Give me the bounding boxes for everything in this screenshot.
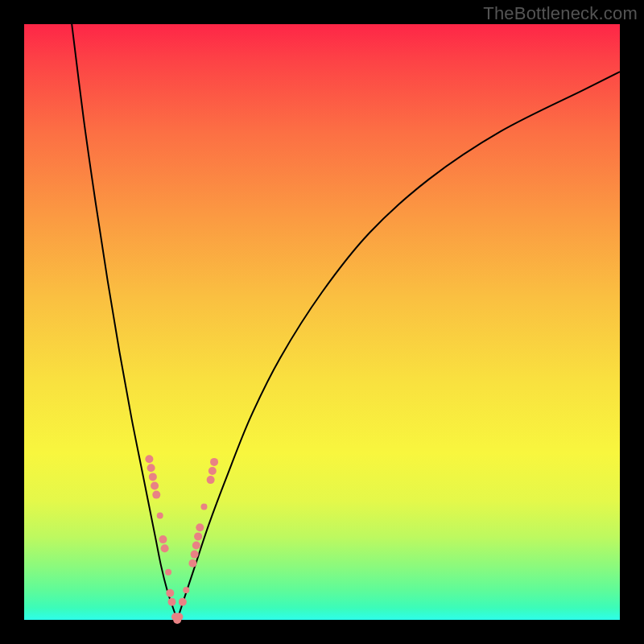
scatter-point	[168, 598, 176, 606]
scatter-point	[152, 491, 160, 499]
scatter-point	[192, 542, 200, 550]
scatter-point	[159, 535, 167, 543]
scatter-point	[194, 532, 202, 540]
scatter-point	[175, 613, 183, 621]
scatter-point	[196, 523, 204, 531]
scatter-point	[179, 598, 187, 606]
scatter-point	[145, 455, 153, 463]
scatter-point	[207, 476, 215, 484]
scatter-point	[183, 587, 189, 593]
scatter-point	[157, 513, 163, 519]
chart-svg	[24, 24, 620, 620]
curve-right	[177, 72, 620, 620]
scatter-point	[149, 473, 157, 481]
scatter-point	[165, 569, 171, 576]
scatter-point	[151, 482, 159, 490]
scatter-point	[200, 503, 207, 510]
scatter-point	[208, 467, 217, 475]
scatter-point	[166, 589, 174, 597]
scatter-point	[191, 551, 199, 559]
scatter-point	[147, 464, 155, 472]
scatter-point	[188, 559, 196, 568]
chart-frame: TheBottleneck.com	[0, 0, 644, 644]
scatter-point	[210, 458, 218, 466]
watermark-text: TheBottleneck.com	[483, 3, 638, 24]
scatter-point	[161, 544, 169, 552]
curve-left	[72, 24, 177, 620]
